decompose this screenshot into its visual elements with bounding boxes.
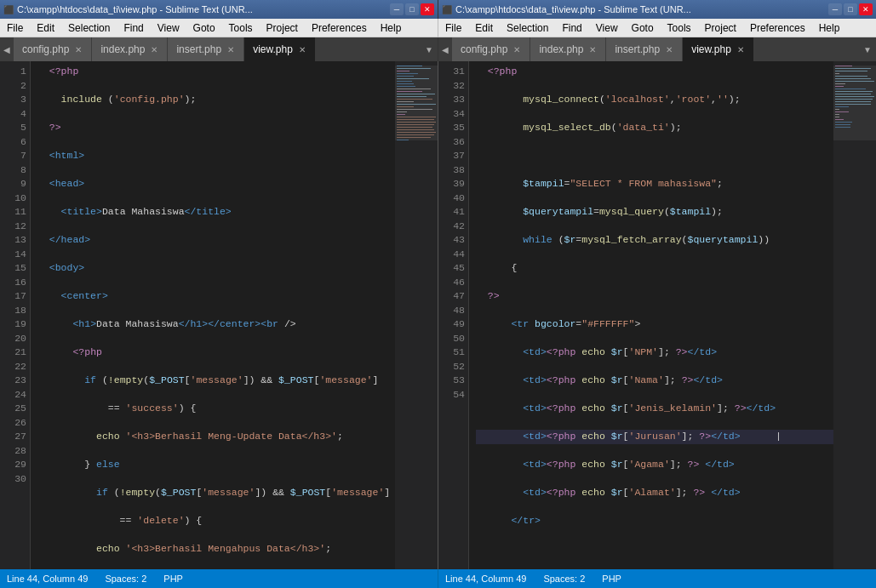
tab-scroll-left-2[interactable]: ◀ (438, 37, 452, 61)
pane2-editor: 3132333435 3637383940 4142434445 4647484… (438, 61, 876, 569)
pane1-tab-bar: ◀ config.php ✕ index.php ✕ insert.php ✕ … (0, 37, 438, 61)
pane1-cursor-position: Line 44, Column 49 (7, 574, 88, 584)
close-button-1[interactable]: ✕ (421, 3, 434, 15)
pane2-cursor-position: Line 44, Column 49 (445, 574, 526, 584)
tab-label: insert.php (176, 43, 221, 55)
minimize-button-2[interactable]: ─ (828, 3, 842, 15)
minimap-svg-1 (395, 61, 438, 569)
pane2-code-content[interactable]: <?php mysql_connect('localhost','root','… (469, 61, 833, 569)
pane1-editor: 12345 678910 1112131415 1617181920 21222… (0, 61, 438, 569)
svg-rect-58 (833, 66, 876, 140)
status-bars-row: Line 44, Column 49 Spaces: 2 PHP Line 44… (0, 569, 876, 588)
menu-preferences-2[interactable]: Preferences (743, 19, 812, 37)
editors-container: 12345 678910 1112131415 1617181920 21222… (0, 61, 876, 569)
tab-insert-2[interactable]: insert.php ✕ (606, 37, 683, 61)
pane1-code-content[interactable]: <?php include ('config.php'); ?> <html> … (31, 61, 395, 569)
menu-edit-1[interactable]: Edit (30, 19, 61, 37)
title-bars-row: ⬛ C:\xampp\htdocs\data_ti\view.php - Sub… (0, 0, 876, 19)
menu-project-1[interactable]: Project (260, 19, 305, 37)
tab-label: config.php (461, 43, 507, 55)
maximize-button-2[interactable]: □ (844, 3, 857, 15)
pane2-title-bar: ⬛ C:\xampp\htdocs\data_ti\view.php - Sub… (438, 0, 876, 19)
pane1-minimap (395, 61, 438, 569)
tab-insert-1[interactable]: insert.php ✕ (168, 37, 244, 61)
tab-close-index-1[interactable]: ✕ (150, 45, 158, 54)
menu-help-2[interactable]: Help (812, 19, 847, 37)
pane1-title-bar: ⬛ C:\xampp\htdocs\data_ti\view.php - Sub… (0, 0, 438, 19)
tab-view-1[interactable]: view.php ✕ (244, 37, 316, 61)
pane1-title: C:\xampp\htdocs\data_ti\view.php - Subli… (17, 4, 253, 14)
tab-bars-row: ◀ config.php ✕ index.php ✕ insert.php ✕ … (0, 37, 876, 61)
pane2-language: PHP (602, 574, 621, 584)
pane2-tab-bar: ◀ config.php ✕ index.php ✕ insert.php ✕ … (438, 37, 876, 61)
tab-config-2[interactable]: config.php ✕ (452, 37, 530, 61)
tab-close-insert-1[interactable]: ✕ (226, 45, 235, 54)
tab-overflow-2[interactable]: ▼ (859, 37, 876, 61)
pane2-minimap (833, 61, 876, 569)
pane1-spaces: Spaces: 2 (105, 574, 146, 584)
tab-close-config-2[interactable]: ✕ (512, 45, 521, 54)
menu-selection-1[interactable]: Selection (61, 19, 117, 37)
menu-view-2[interactable]: View (589, 19, 625, 37)
pane2-spaces: Spaces: 2 (543, 574, 585, 584)
main-layout: ⬛ C:\xampp\htdocs\data_ti\view.php - Sub… (0, 0, 876, 588)
tab-label: index.php (100, 43, 145, 55)
tab-label: insert.php (615, 43, 660, 55)
menu-find-2[interactable]: Find (555, 19, 588, 37)
menu-edit-2[interactable]: Edit (468, 19, 500, 37)
pane2-code-area[interactable]: 3132333435 3637383940 4142434445 4647484… (438, 61, 876, 569)
tab-close-index-2[interactable]: ✕ (588, 45, 597, 54)
tab-view-2[interactable]: view.php ✕ (683, 37, 754, 61)
menu-tools-1[interactable]: Tools (222, 19, 260, 37)
pane2-title: C:\xampp\htdocs\data_ti\view.php - Subli… (455, 4, 691, 14)
pane2-menu-bar: File Edit Selection Find View Goto Tools… (438, 19, 876, 37)
pane1-status-bar: Line 44, Column 49 Spaces: 2 PHP (0, 569, 438, 588)
minimize-button-1[interactable]: ─ (390, 3, 404, 15)
tab-index-2[interactable]: index.php ✕ (530, 37, 606, 61)
app-icon: ⬛ (3, 5, 14, 14)
menu-file-1[interactable]: File (0, 19, 30, 37)
menu-tools-2[interactable]: Tools (661, 19, 698, 37)
pane1-line-numbers: 12345 678910 1112131415 1617181920 21222… (0, 61, 31, 569)
menu-preferences-1[interactable]: Preferences (305, 19, 374, 37)
menu-file-2[interactable]: File (438, 19, 468, 37)
menu-goto-1[interactable]: Goto (186, 19, 222, 37)
menu-project-2[interactable]: Project (698, 19, 743, 37)
pane1-code-area[interactable]: 12345 678910 1112131415 1617181920 21222… (0, 61, 438, 569)
tab-index-1[interactable]: index.php ✕ (92, 37, 168, 61)
pane2-line-numbers: 3132333435 3637383940 4142434445 4647484… (438, 61, 469, 569)
tab-label: view.php (253, 43, 293, 55)
menu-selection-2[interactable]: Selection (500, 19, 555, 37)
tab-close-config-1[interactable]: ✕ (74, 45, 83, 54)
tab-label: config.php (22, 43, 69, 55)
maximize-button-1[interactable]: □ (405, 3, 419, 15)
menu-find-1[interactable]: Find (117, 19, 150, 37)
minimap-svg-2 (833, 61, 876, 569)
menu-bars-row: File Edit Selection Find View Goto Tools… (0, 19, 876, 37)
tab-close-view-2[interactable]: ✕ (736, 45, 745, 54)
pane2-status-bar: Line 44, Column 49 Spaces: 2 PHP (438, 569, 876, 588)
menu-view-1[interactable]: View (151, 19, 186, 37)
menu-goto-2[interactable]: Goto (625, 19, 661, 37)
tab-close-view-1[interactable]: ✕ (298, 45, 306, 54)
tab-close-insert-2[interactable]: ✕ (665, 45, 673, 54)
pane1-language: PHP (163, 574, 183, 584)
pane1-menu-bar: File Edit Selection Find View Goto Tools… (0, 19, 438, 37)
tab-scroll-left-1[interactable]: ◀ (0, 37, 14, 61)
svg-rect-31 (395, 66, 438, 140)
tab-overflow-1[interactable]: ▼ (421, 37, 438, 61)
tab-label: view.php (691, 43, 731, 55)
app-icon-2: ⬛ (442, 5, 452, 14)
tab-label: index.php (539, 43, 583, 55)
menu-help-1[interactable]: Help (374, 19, 409, 37)
tab-config-1[interactable]: config.php ✕ (14, 37, 92, 61)
close-button-2[interactable]: ✕ (859, 3, 873, 15)
